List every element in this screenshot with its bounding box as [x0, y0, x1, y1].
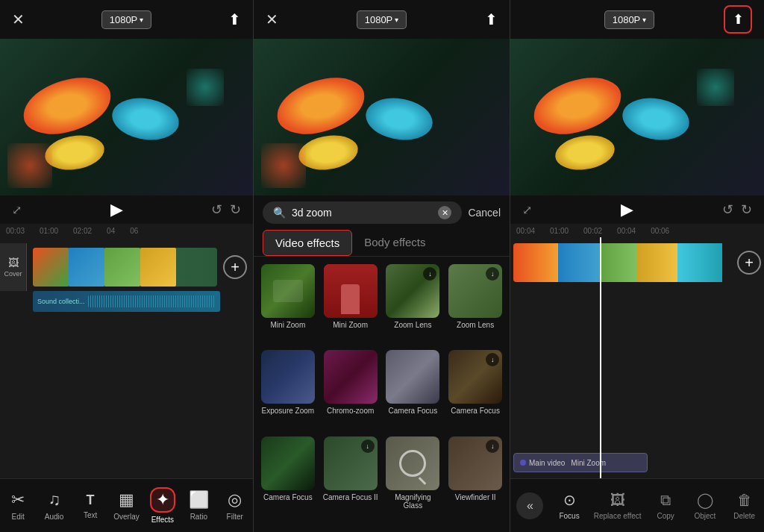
effect-thumb-4: ↓ [448, 264, 502, 318]
play-button-right[interactable]: ▶ [621, 200, 633, 219]
download-badge-8: ↓ [486, 353, 499, 366]
search-clear-button[interactable]: ✕ [438, 206, 451, 219]
play-button-left[interactable]: ▶ [110, 200, 123, 219]
search-icon: 🔍 [273, 207, 286, 219]
tool-text[interactable]: T Text [72, 492, 108, 519]
redo-button-left[interactable]: ↻ [230, 201, 241, 218]
fish-glow-1 [7, 143, 52, 188]
audio-track-left[interactable]: Sound collecti... [33, 291, 220, 312]
effect-chromo-zoom[interactable]: Chromo-zoom [322, 350, 379, 430]
effect-zoom-lens-2[interactable]: ↓ Zoom Lens [447, 264, 504, 344]
tool-delete[interactable]: 🗑 Delete [730, 492, 760, 520]
export-button-right-highlighted[interactable]: ⬆ [724, 5, 752, 34]
mvt-clip-2 [558, 243, 599, 282]
cancel-button[interactable]: Cancel [468, 207, 501, 219]
center-header: ✕ 1080P ⬆ [254, 0, 510, 39]
effect-camera-focus-ii[interactable]: ↓ Camera Focus II [322, 436, 379, 525]
redo-button-right[interactable]: ↻ [741, 201, 752, 218]
effect-thumb-1 [261, 264, 315, 318]
mvt-clip-3 [599, 243, 636, 282]
tool-edit[interactable]: ✂ Edit [0, 490, 36, 521]
tool-replace-effect[interactable]: 🖼 Replace effect [594, 492, 642, 520]
main-video-track[interactable] [513, 243, 761, 282]
resolution-badge-left[interactable]: 1080P [101, 10, 152, 29]
tool-focus[interactable]: ⊙ Focus [554, 491, 584, 520]
effect-mini-zoom-1[interactable]: Mini Zoom [260, 264, 316, 344]
close-button-center[interactable]: ✕ [266, 10, 278, 28]
download-badge-12: ↓ [486, 439, 499, 453]
back-nav-item[interactable]: « [515, 492, 545, 519]
tab-video-effects[interactable]: Video effects [263, 230, 352, 256]
effect-magnifying-glass[interactable]: Magnifying Glass [385, 436, 442, 525]
focus-icon: ⊙ [563, 491, 576, 509]
effect-thumb-3: ↓ [386, 264, 439, 318]
timeline-area-left: 🖼 Cover + Sound collecti... [0, 237, 253, 478]
clip-thumb-4 [140, 248, 176, 287]
search-input-wrap[interactable]: 🔍 ✕ [263, 201, 462, 224]
overlay-icon: ▦ [119, 490, 134, 510]
resolution-badge-right[interactable]: 1080P [604, 10, 655, 29]
back-nav-button[interactable]: « [516, 492, 543, 519]
effect-thumb-8: ↓ [448, 350, 502, 404]
effect-camera-focus-2[interactable]: ↓ Camera Focus [447, 350, 504, 430]
effect-label-bar[interactable]: Main video Mini Zoom [513, 453, 648, 472]
video-clip-strip[interactable] [33, 248, 217, 287]
undo-button-right[interactable]: ↺ [722, 201, 733, 218]
close-button-left[interactable]: ✕ [12, 10, 25, 28]
ratio-icon: ⬜ [189, 490, 209, 510]
timeline-controls-left: ⤢ ▶ ↺ ↻ [0, 195, 253, 224]
left-header: ✕ 1080P ⬆ [0, 0, 253, 39]
fish-scene-left [0, 39, 253, 195]
tab-body-effects[interactable]: Body effects [352, 230, 437, 256]
right-header: ✕ 1080P ⬆ [510, 0, 764, 39]
mvt-clip-1 [513, 243, 558, 282]
copy-icon: ⧉ [660, 492, 671, 509]
tool-effects[interactable]: ✦ Effects [145, 487, 181, 524]
tool-overlay[interactable]: ▦ Overlay [108, 490, 144, 521]
effect-camera-focus-3[interactable]: Camera Focus [260, 436, 316, 525]
resolution-badge-center[interactable]: 1080P [357, 10, 407, 29]
fish-glow-c1 [261, 143, 306, 188]
effect-exposure-zoom[interactable]: Exposure Zoom [260, 350, 316, 430]
filter-icon: ◎ [228, 490, 242, 510]
timeline-controls-right: ⤢ ▶ ↺ ↻ [510, 195, 764, 224]
right-track-area: Main video Mini Zoom + [510, 237, 764, 478]
timecode-right: 00:04 [516, 227, 535, 235]
add-clip-button-right[interactable]: + [737, 251, 761, 275]
effects-grid: Mini Zoom ↓ Mini Zoom ↓ Zoom Lens ↓ Zoom… [254, 257, 510, 532]
clip-thumb-2 [69, 248, 104, 287]
object-icon: ◯ [697, 491, 713, 509]
fish-decoration-2 [110, 96, 181, 143]
center-panel: ✕ 1080P ⬆ 🔍 ✕ Cancel Video effects Body … [254, 0, 510, 532]
effect-mini-zoom-2[interactable]: ↓ Mini Zoom [322, 264, 379, 344]
effect-zoom-lens-1[interactable]: ↓ Zoom Lens [385, 264, 442, 344]
right-panel: ✕ 1080P ⬆ ⤢ ▶ ↺ ↻ 00:04 01:00 00:02 00:0… [510, 0, 764, 532]
fish-glow-2 [187, 69, 224, 106]
add-clip-button[interactable]: + [223, 255, 247, 279]
tool-filter[interactable]: ◎ Filter [217, 490, 253, 521]
left-panel: ✕ 1080P ⬆ ⤢ ▶ ↺ ↻ 00:03 01:00 02:02 04 0… [0, 0, 254, 532]
tool-audio[interactable]: ♫ Audio [37, 490, 72, 521]
tool-ratio[interactable]: ⬜ Ratio [181, 490, 216, 521]
mvt-clip-5 [677, 243, 722, 282]
export-button-left[interactable]: ⬆ [228, 10, 241, 28]
video-track-left: 🖼 Cover + [0, 243, 253, 291]
effect-thumb-12: ↓ [448, 436, 502, 490]
export-button-center[interactable]: ⬆ [485, 10, 498, 28]
download-badge-3: ↓ [423, 267, 436, 281]
fish-c-1 [272, 72, 369, 140]
effect-viewfinder-ii[interactable]: ↓ Viewfinder II [447, 436, 504, 525]
effect-camera-focus-1[interactable]: Camera Focus [385, 350, 442, 430]
right-timeline-ruler: 00:04 01:00 00:02 00:04 00:06 [510, 224, 764, 237]
tool-object[interactable]: ◯ Object [690, 491, 720, 520]
expand-icon-left[interactable]: ⤢ [12, 203, 22, 217]
tool-copy[interactable]: ⧉ Copy [651, 492, 680, 520]
fish-r-1 [529, 72, 626, 140]
expand-icon-right[interactable]: ⤢ [522, 203, 532, 217]
search-input[interactable] [292, 207, 432, 219]
playhead-right [600, 237, 601, 478]
undo-button-left[interactable]: ↺ [211, 201, 222, 218]
download-badge-10: ↓ [361, 439, 375, 453]
edit-icon: ✂ [11, 490, 25, 510]
fish-r-2 [621, 96, 691, 143]
